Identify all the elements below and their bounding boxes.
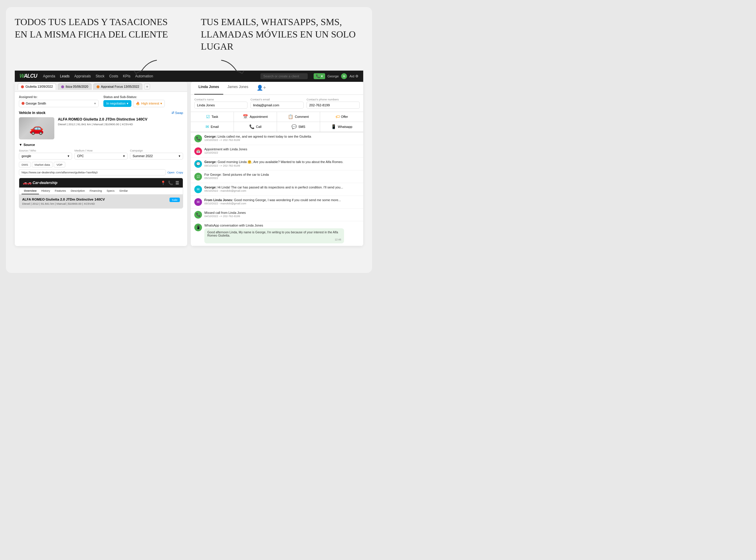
iframe-tab-similar[interactable]: Similar xyxy=(117,187,130,194)
tab-ibiza[interactable]: Ibiza 05/06/2020 xyxy=(58,83,91,90)
timeline-bold-5: From Linda Jones: xyxy=(204,198,233,202)
appointment-icon: 📅 xyxy=(243,114,248,119)
user-name: George xyxy=(327,75,339,78)
tabs-bar: Giulietta 13/09/2022 Ibiza 05/06/2020 Ap… xyxy=(15,82,187,92)
action-task[interactable]: ☑ Task xyxy=(191,112,234,122)
tab-label-ibiza: Ibiza 05/06/2020 xyxy=(65,85,88,88)
nav-search-input[interactable] xyxy=(261,73,308,79)
assignee-dropdown[interactable]: George Smith ▾ xyxy=(19,100,99,107)
iframe-tab-specs[interactable]: Specs xyxy=(104,187,117,194)
tab-vdp[interactable]: VDP xyxy=(54,162,65,167)
timeline-item-4: ✉ George: Hi Linda! The car has passed a… xyxy=(191,183,363,196)
interest-chevron: ▾ xyxy=(160,102,162,105)
medium-dropdown[interactable]: CPC ▾ xyxy=(75,153,127,160)
campaign-dropdown[interactable]: Summer 2022 ▾ xyxy=(130,153,183,160)
location-icon[interactable]: 📍 xyxy=(161,180,166,185)
iframe-tab-overview[interactable]: Overview xyxy=(22,187,39,194)
tab-appraisal[interactable]: Appraisal Focus 13/05/2022 xyxy=(93,83,142,90)
timeline-content-7: WhatsApp conversation with Linda Jones G… xyxy=(204,224,360,243)
left-panel: Giulietta 13/09/2022 Ibiza 05/06/2020 Ap… xyxy=(15,82,187,246)
action-comment[interactable]: 📋 Comment xyxy=(277,112,320,122)
menu-icon[interactable]: ☰ xyxy=(176,180,179,185)
offer-label: Offer xyxy=(341,115,348,118)
call-label: Call xyxy=(256,125,262,128)
iframe-tabs: Overview History Features Description Fi… xyxy=(19,187,183,195)
swap-button[interactable]: ⇄ Swap xyxy=(171,111,183,115)
action-appointment[interactable]: 📅 Appointment xyxy=(234,112,277,122)
vehicle-header: Vehicle in stock ⇄ Swap xyxy=(19,111,183,115)
headings-row: Todos tus leads y tasaciones en la misma… xyxy=(15,16,363,53)
tab-label-giulietta: Giulietta 13/09/2022 xyxy=(25,85,53,88)
rp-tab-linda[interactable]: Linda Jones xyxy=(194,82,223,95)
timeline-item-7: 📱 WhatsApp conversation with Linda Jones… xyxy=(191,221,363,246)
arrow-left xyxy=(15,59,189,74)
tab-dot-appraisal xyxy=(97,85,100,88)
status-label: Status and Sub-Status: xyxy=(103,95,183,99)
timeline-main-4: George: Hi Linda! The car has passed all… xyxy=(204,185,360,189)
aid-label[interactable]: Aid ⚙ xyxy=(349,74,359,78)
rp-phone-field: Contact's phone numbers 202-762-8199 xyxy=(307,98,360,109)
iframe-car-specs: Diesel | 2012 | 91.841 km | Manual | $10… xyxy=(22,202,180,205)
tab-dms[interactable]: DMS xyxy=(19,162,31,167)
chevron-icon: ▼ xyxy=(19,143,22,146)
source-who-label: Source / Who xyxy=(19,149,72,152)
interest-button[interactable]: 🔥 High interest ▾ xyxy=(133,100,165,107)
rp-tab-add[interactable]: 👤+ xyxy=(252,82,270,95)
medium-field: Medium / How CPC ▾ xyxy=(75,149,127,160)
nav-item-costs[interactable]: Costs xyxy=(109,74,118,78)
timeline-content-2: George: Good morning Linda 🤗, Are you av… xyxy=(204,160,360,167)
status-button[interactable]: In negotiation ▾ xyxy=(103,100,131,107)
email-label: Email xyxy=(210,125,219,128)
assignee-chevron: ▾ xyxy=(94,102,96,105)
action-email[interactable]: ✉ Email xyxy=(191,122,234,132)
medium-chevron: ▾ xyxy=(123,154,125,158)
rp-tab-james[interactable]: James Jones xyxy=(223,82,252,95)
tab-add-button[interactable]: + xyxy=(144,84,150,89)
nav-right: 📞 ▾ George G Aid ⚙ xyxy=(314,73,359,79)
appointment-label: Appointment xyxy=(249,115,268,118)
vehicle-image: 🚗 xyxy=(19,117,54,139)
swap-icon: ⇄ xyxy=(171,111,174,115)
nav-item-kpis[interactable]: KPIs xyxy=(123,74,130,78)
vehicle-section: Vehicle in stock ⇄ Swap 🚗 ALFA ROMEO Giu… xyxy=(19,111,183,139)
sms-icon: 💬 xyxy=(291,124,297,129)
nav-item-stock[interactable]: Stock xyxy=(96,74,105,78)
call-button[interactable]: 📞 ▾ xyxy=(314,73,325,79)
rp-phone-value[interactable]: 202-762-8199 xyxy=(307,102,360,109)
timeline-icon-7: 📱 xyxy=(194,224,202,231)
rp-email-value[interactable]: lindaj@gmail.com xyxy=(250,102,304,109)
iframe-tab-financing[interactable]: Financing xyxy=(87,187,104,194)
action-offer[interactable]: 🏷 Offer xyxy=(320,112,363,122)
nav-item-automation[interactable]: Automation xyxy=(135,74,153,78)
action-whatsapp[interactable]: 📱 Whatsapp xyxy=(320,122,363,132)
phone-icon[interactable]: 📞 xyxy=(168,180,173,185)
timeline-sub-5: 05/10/2022 - manolob@gmail.com xyxy=(204,202,360,205)
timeline-item-0: 📞 George: Linda called me, and we agreed… xyxy=(191,132,363,145)
iframe-tab-description[interactable]: Description xyxy=(68,187,87,194)
tab-dot-giulietta xyxy=(21,85,24,88)
timeline-icon-5: ✉ xyxy=(194,198,202,206)
source-header: ▼ Source xyxy=(19,143,183,146)
copy-link[interactable]: Copy xyxy=(176,171,183,174)
timeline-content-4: George: Hi Linda! The car has passed all… xyxy=(204,185,360,192)
timeline-main-7: WhatsApp conversation with Linda Jones xyxy=(204,224,360,227)
nav-item-agenda[interactable]: Agenda xyxy=(43,74,55,78)
tab-giulietta[interactable]: Giulietta 13/09/2022 xyxy=(18,83,56,90)
status-chevron: ▾ xyxy=(127,102,128,105)
rp-name-value[interactable]: Linda Jones xyxy=(194,102,247,109)
tab-market-data[interactable]: Market data xyxy=(32,162,53,167)
campaign-label: Campaign xyxy=(130,149,183,152)
action-call[interactable]: 📞 Call xyxy=(234,122,277,132)
action-sms[interactable]: 💬 SMS xyxy=(277,122,320,132)
assigned-to-group: Assigned to: George Smith ▾ xyxy=(19,95,99,107)
nav-item-leads[interactable]: Leads xyxy=(60,74,70,78)
open-link[interactable]: Open xyxy=(167,171,175,174)
timeline-item-2: 💬 George: Good morning Linda 🤗, Are you … xyxy=(191,158,363,171)
swap-label: Swap xyxy=(175,111,183,115)
heading-right: Tus emails, WhatsApps, SMS, Llamadas móv… xyxy=(189,16,363,53)
source-who-dropdown[interactable]: google ▾ xyxy=(19,153,72,160)
iframe-tab-history[interactable]: History xyxy=(39,187,53,194)
sale-badge: Sale xyxy=(169,198,180,202)
nav-item-appraisals[interactable]: Appraisals xyxy=(75,74,91,78)
iframe-tab-features[interactable]: Features xyxy=(53,187,68,194)
